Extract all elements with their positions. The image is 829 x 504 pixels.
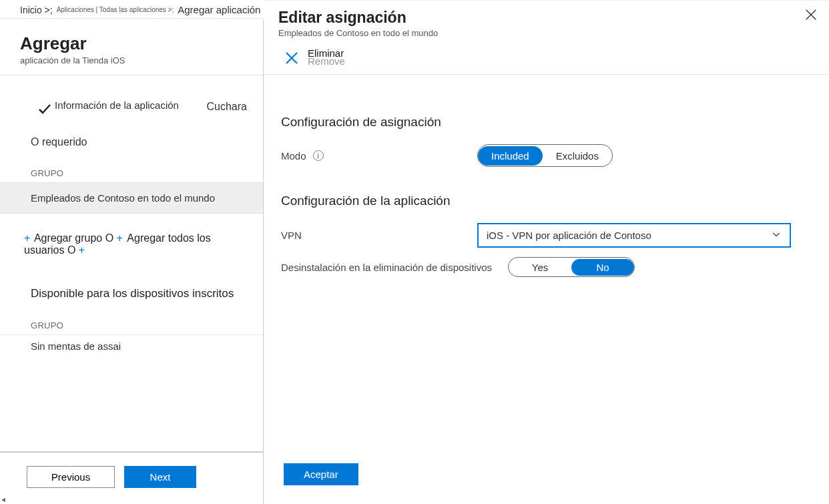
mode-label: Modo i — [281, 150, 477, 162]
add-actions-row: + Agregar grupo O + Agregar todos los us… — [0, 214, 263, 262]
add-app-body: Información de la aplicación Cuchara O r… — [0, 75, 263, 451]
edit-assignment-footer: Aceptar — [264, 450, 829, 504]
plus-icon: + — [79, 244, 85, 256]
breadcrumb-add-app: Agregar aplicación — [178, 4, 260, 15]
check-icon — [37, 101, 53, 117]
scroll-left-icon[interactable]: ◂ — [1, 495, 9, 503]
vpn-selected-value: iOS - VPN por aplicación de Contoso — [487, 230, 651, 241]
info-icon[interactable]: i — [313, 150, 324, 161]
vpn-row: VPN iOS - VPN por aplicación de Contoso — [281, 223, 809, 248]
breadcrumb-home[interactable]: Inicio >; — [20, 5, 53, 15]
uninstall-yes-option[interactable]: Yes — [509, 259, 571, 276]
assignment-settings-header: Configuración de asignación — [281, 115, 809, 130]
no-assignments: Sin mentas de assai — [0, 334, 263, 357]
step-label: Información de la aplicación — [55, 99, 179, 111]
add-app-panel: Agregar aplicación de la Tienda iOS Info… — [0, 20, 264, 504]
group-header-2: GRUPO — [0, 306, 263, 334]
uninstall-row: Desinstalación en la eliminación de disp… — [281, 257, 809, 277]
plus-icon: + — [117, 232, 126, 244]
add-app-header: Agregar aplicación de la Tienda iOS — [0, 20, 263, 75]
chevron-down-icon — [771, 229, 782, 242]
add-app-title: Agregar — [20, 33, 243, 54]
edit-assignment-body: Configuración de asignación Modo i Inclu… — [264, 75, 829, 450]
previous-button[interactable]: Previous — [27, 466, 115, 488]
plus-icon: + — [24, 232, 30, 244]
ok-button[interactable]: Aceptar — [284, 463, 358, 485]
close-button[interactable] — [804, 7, 820, 23]
mode-toggle[interactable]: Included Excluidos — [477, 144, 613, 167]
add-group-link[interactable]: Agregar grupo O — [34, 232, 113, 244]
mode-included-option[interactable]: Included — [478, 146, 543, 166]
remove-label: Eliminar Remove — [308, 49, 344, 67]
next-button[interactable]: Next — [124, 466, 196, 488]
step-app-info[interactable]: Información de la aplicación Cuchara — [0, 75, 263, 117]
remove-label-en: Remove — [308, 57, 345, 66]
step-extra-label: Cuchara — [207, 101, 247, 113]
close-icon — [804, 7, 818, 22]
edit-assignment-header: Editar asignación Empleados de Contoso e… — [264, 1, 829, 46]
available-enrolled-section: Disponible para los dispositivos inscrit… — [0, 262, 263, 306]
breadcrumb-apps[interactable]: Aplicaciones | Todas las aplicaciones >; — [55, 6, 176, 13]
vpn-dropdown[interactable]: iOS - VPN por aplicación de Contoso — [477, 223, 791, 248]
app-settings-header: Configuración de la aplicación — [281, 194, 809, 208]
uninstall-label: Desinstalación en la eliminación de disp… — [281, 262, 508, 273]
group-header: GRUPO — [0, 154, 263, 182]
mode-row: Modo i Included Excluidos — [281, 144, 809, 167]
wizard-footer: Previous Next — [0, 451, 263, 504]
mode-excluded-option[interactable]: Excluidos — [543, 146, 612, 166]
remove-x-icon — [282, 49, 301, 67]
remove-button[interactable]: Eliminar Remove — [264, 46, 829, 75]
edit-assignment-subtitle: Empleados de Contoso en todo el mundo — [278, 28, 809, 38]
edit-assignment-title: Editar asignación — [278, 9, 809, 27]
uninstall-no-option[interactable]: No — [571, 259, 634, 276]
edit-assignment-panel: Editar asignación Empleados de Contoso e… — [264, 0, 829, 504]
group-item-contoso[interactable]: Empleados de Contoso en todo el mundo — [0, 182, 263, 214]
add-app-subtitle: aplicación de la Tienda iOS — [20, 55, 243, 65]
vpn-label: VPN — [281, 230, 477, 241]
required-section: O requerido — [0, 117, 263, 154]
uninstall-toggle[interactable]: Yes No — [508, 257, 635, 277]
